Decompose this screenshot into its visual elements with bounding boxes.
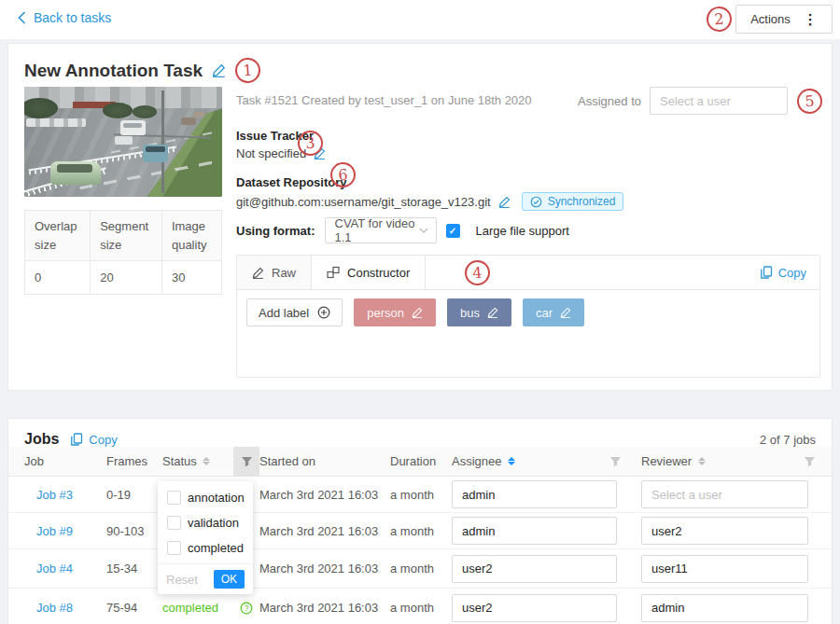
col-job[interactable]: Job [8,454,106,468]
param-header-quality: Image quality [161,211,221,261]
filter-footer: Reset OK [158,563,253,594]
filter-reset-button[interactable]: Reset [166,573,198,587]
plus-circle-icon [317,306,330,319]
copy-labels-label: Copy [778,266,806,280]
label-bus-name: bus [460,306,480,320]
more-menu-icon: ⋮ [804,12,818,26]
blocks-icon [327,266,340,279]
job-link[interactable]: Job #4 [8,562,106,575]
labels-editor: Raw Constructor 4 Copy Add label [236,255,820,378]
copy-labels-button[interactable]: Copy [760,266,819,280]
assignee-filter-icon[interactable] [609,456,622,467]
reviewer-input[interactable] [641,480,808,508]
frames-cell: 15-34 [106,562,162,575]
annotation-marker-1: 1 [234,57,261,84]
large-file-checkbox[interactable]: ✓ [446,224,460,238]
started-cell: March 3rd 2021 16:03 [259,524,390,538]
annotation-checkbox[interactable] [167,491,181,505]
status-filter-button[interactable] [233,447,259,476]
param-value-overlap: 0 [25,261,91,295]
edit-label-icon[interactable] [560,307,571,318]
assignee-input[interactable] [452,480,617,508]
col-status-label: Status [162,454,197,468]
jobs-title: Jobs [24,431,59,448]
annotation-marker-5: 5 [796,88,823,115]
job-link[interactable]: Job #9 [8,524,106,538]
col-status[interactable]: Status [162,454,233,468]
tab-constructor[interactable]: Constructor [312,256,426,289]
label-chip-bus[interactable]: bus [447,298,511,326]
job-row-4: Job #8 75-94 completed ? March 3rd 2021 … [8,589,832,624]
top-bar: Back to tasks 2 Actions ⋮ [0,0,840,39]
copy-jobs-label: Copy [89,433,117,447]
duration-cell: a month [390,488,452,502]
label-chip-car[interactable]: car [523,298,584,326]
edit-repo-icon[interactable] [498,196,511,208]
format-select[interactable]: CVAT for video 1.1 [325,217,437,243]
assignee-sorter-icon[interactable] [508,457,515,465]
col-reviewer[interactable]: Reviewer [641,454,832,468]
validation-label: validation [188,516,239,530]
completed-checkbox[interactable] [167,541,181,555]
copy-icon [70,433,83,446]
dataset-repo-url: git@github.com:username/git_storage_v123… [236,195,491,209]
reviewer-input[interactable] [641,517,808,545]
edit-label-icon[interactable] [412,307,423,318]
copy-icon [760,266,773,279]
actions-button[interactable]: Actions ⋮ [735,5,833,34]
assignee-input[interactable] [452,517,617,545]
filter-option-validation[interactable]: validation [158,510,253,535]
status-cell: completed [162,601,233,615]
col-reviewer-label: Reviewer [641,454,692,468]
edit-title-icon[interactable] [212,63,226,77]
dataset-repo-row: git@github.com:username/git_storage_v123… [236,192,623,211]
chevron-down-icon [419,228,428,234]
label-chip-person[interactable]: person [354,298,436,326]
frames-cell: 90-103 [106,524,162,538]
validation-checkbox[interactable] [167,516,181,530]
filter-ok-button[interactable]: OK [214,570,245,589]
add-label-text: Add label [259,306,309,320]
filter-option-completed[interactable]: completed [158,535,253,561]
add-label-button[interactable]: Add label [246,298,343,326]
duration-cell: a month [390,524,452,538]
job-row-3: Job #4 15-34 March 3rd 2021 16:03 a mont… [8,549,832,589]
task-title: New Annotation Task [24,61,203,81]
reviewer-filter-icon[interactable] [804,456,816,467]
status-completed: completed [162,601,218,615]
job-link[interactable]: Job #3 [8,488,106,502]
task-params-table: Overlap size Segment size Image quality … [24,210,222,295]
task-title-row: New Annotation Task 1 [24,58,260,83]
labels-row: Add label person bus car [237,290,819,335]
assignee-input[interactable] [452,555,617,583]
assignee-select-input[interactable] [650,87,788,115]
duration-cell: a month [390,562,452,575]
copy-jobs-button[interactable]: Copy [70,433,117,447]
jobs-table-header: Job Frames Status Started on Duration As… [8,447,832,477]
assignee-input[interactable] [452,594,617,622]
reviewer-sorter-icon[interactable] [698,457,706,465]
frames-cell: 75-94 [106,601,162,615]
status-text: completed [162,601,218,615]
col-assignee[interactable]: Assignee [452,454,634,468]
task-meta-text: Task #1521 Created by test_user_1 on Jun… [236,93,532,107]
reviewer-input[interactable] [641,555,808,583]
annotation-marker-2: 2 [706,6,733,33]
label-person-name: person [367,306,404,320]
issue-tracker-value: Not specified [236,146,306,160]
annotation-marker-4: 4 [464,259,491,286]
edit-label-icon[interactable] [487,307,498,318]
job-row-1: Job #3 0-19 March 3rd 2021 16:03 a month [8,477,832,513]
label-car-name: car [536,306,553,320]
job-link[interactable]: Job #8 [8,601,106,615]
status-filter-dropdown: annotation validation completed Reset OK [158,481,253,594]
reviewer-input[interactable] [641,594,808,622]
filter-option-annotation[interactable]: annotation [158,485,253,510]
jobs-table: Job Frames Status Started on Duration As… [8,447,832,624]
using-format-label: Using format: [236,224,315,238]
format-select-value: CVAT for video 1.1 [335,216,419,244]
tab-constructor-label: Constructor [347,266,410,280]
status-sorter-icon[interactable] [203,457,210,465]
back-to-tasks-link[interactable]: Back to tasks [17,10,111,25]
tab-raw[interactable]: Raw [237,256,312,289]
